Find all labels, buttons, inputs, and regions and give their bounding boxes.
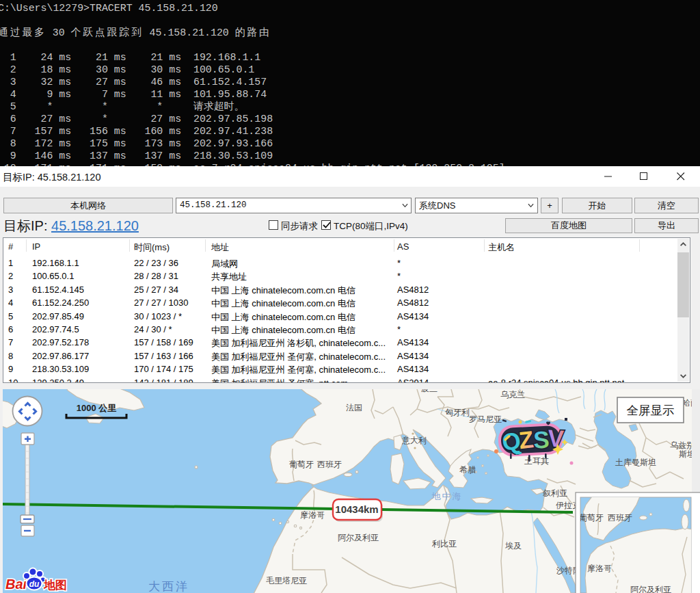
svg-text:du: du	[29, 579, 40, 589]
svg-text:地中海: 地中海	[432, 491, 463, 501]
svg-text:乌克兰: 乌克兰	[500, 390, 525, 399]
svg-text:埃及: 埃及	[505, 541, 522, 551]
svg-text:波兰: 波兰	[421, 389, 438, 393]
svg-text:毛里塔尼亚: 毛里塔尼亚	[266, 576, 307, 585]
svg-text:1000 公里: 1000 公里	[77, 403, 117, 413]
svg-text:西班牙: 西班牙	[317, 460, 342, 469]
svg-text:西班牙: 西班牙	[608, 513, 632, 523]
svg-text:意大利: 意大利	[401, 436, 427, 445]
svg-text:10434km: 10434km	[335, 503, 378, 515]
svg-text:希腊: 希腊	[459, 465, 476, 475]
svg-text:摩洛哥: 摩洛哥	[300, 510, 325, 520]
svg-text:地图: 地图	[43, 579, 67, 592]
svg-text:叙利亚: 叙利亚	[543, 488, 567, 498]
svg-text:利比亚: 利比亚	[431, 539, 457, 549]
svg-text:葡萄牙: 葡萄牙	[289, 460, 314, 469]
svg-text:匈牙利: 匈牙利	[444, 408, 470, 417]
svg-text:葡萄牙: 葡萄牙	[579, 513, 604, 523]
svg-text:土库曼斯坦: 土库曼斯坦	[615, 458, 656, 467]
svg-text:大西洋: 大西洋	[148, 580, 189, 593]
svg-text:阿尔及利亚: 阿尔及利亚	[338, 533, 379, 542]
svg-text:全屏显示: 全屏显示	[627, 404, 675, 417]
svg-text:摩洛哥: 摩洛哥	[587, 564, 612, 573]
svg-text:阿尔及利亚: 阿尔及利亚	[630, 585, 671, 593]
svg-text:土耳其: 土耳其	[524, 456, 549, 466]
svg-text:法国: 法国	[346, 403, 362, 412]
svg-text:罗马尼亚: 罗马尼亚	[469, 414, 502, 424]
